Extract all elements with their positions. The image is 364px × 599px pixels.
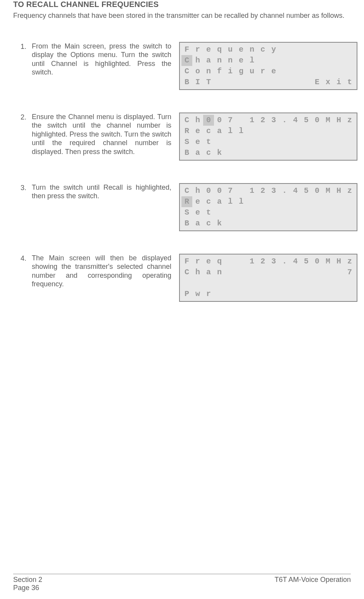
lcd-cell: . bbox=[279, 185, 290, 196]
lcd-cell bbox=[290, 44, 301, 55]
lcd-row: Back bbox=[181, 147, 355, 158]
lcd-cell: 7 bbox=[344, 267, 355, 278]
lcd-cell bbox=[344, 137, 355, 147]
lcd-cell: H bbox=[333, 185, 344, 196]
lcd-cell bbox=[333, 44, 344, 55]
lcd-row: Pwr bbox=[181, 289, 355, 300]
lcd-cell bbox=[236, 77, 247, 88]
lcd-display: Freq123.450MHzChan7Pwr bbox=[179, 254, 357, 302]
lcd-cell bbox=[279, 55, 290, 66]
lcd-cell: H bbox=[333, 115, 344, 126]
step-text: Turn the switch until Recall is highligh… bbox=[32, 183, 175, 201]
lcd-cell bbox=[236, 289, 247, 300]
lcd-cell: 7 bbox=[225, 115, 236, 126]
lcd-cell: q bbox=[214, 44, 225, 55]
lcd-display: Ch007123.450MHzRecallSetBack bbox=[179, 183, 357, 231]
lcd-cell: 1 bbox=[247, 185, 257, 196]
lcd-cell bbox=[344, 126, 355, 137]
lcd-cell: k bbox=[214, 147, 225, 158]
lcd-row: Chan7 bbox=[181, 267, 355, 278]
lcd-cell: . bbox=[279, 256, 290, 267]
lcd-cell bbox=[312, 218, 323, 229]
lcd-cell bbox=[323, 44, 333, 55]
lcd-cell: C bbox=[181, 66, 192, 77]
lcd-cell: B bbox=[181, 77, 192, 88]
lcd-cell: . bbox=[279, 115, 290, 126]
lcd-cell bbox=[279, 289, 290, 300]
lcd-row: Configure bbox=[181, 66, 355, 77]
lcd-cell: 0 bbox=[312, 115, 323, 126]
lcd-cell bbox=[344, 147, 355, 158]
lcd-cell: e bbox=[192, 207, 203, 218]
lcd-cell: 1 bbox=[247, 115, 257, 126]
lcd-cell: u bbox=[225, 44, 236, 55]
lcd-cell: C bbox=[181, 185, 192, 196]
lcd-cell bbox=[268, 147, 279, 158]
lcd-cell bbox=[247, 278, 257, 289]
lcd-cell bbox=[312, 196, 323, 207]
lcd-cell: o bbox=[192, 66, 203, 77]
lcd-cell: c bbox=[203, 126, 214, 137]
lcd-cell: t bbox=[203, 137, 214, 147]
lcd-cell bbox=[323, 218, 333, 229]
lcd-cell bbox=[236, 218, 247, 229]
lcd-cell bbox=[268, 196, 279, 207]
lcd-cell: P bbox=[181, 289, 192, 300]
lcd-cell bbox=[214, 137, 225, 147]
lcd-cell: 0 bbox=[214, 115, 225, 126]
lcd-cell: z bbox=[344, 256, 355, 267]
lcd-row: Freq123.450MHz bbox=[181, 256, 355, 267]
lcd-cell bbox=[279, 207, 290, 218]
footer-section: Section 2 bbox=[13, 576, 42, 584]
lcd-cell: e bbox=[203, 256, 214, 267]
lcd-cell bbox=[312, 147, 323, 158]
lcd-cell: F bbox=[181, 256, 192, 267]
lcd-cell bbox=[279, 44, 290, 55]
lcd-cell: a bbox=[203, 55, 214, 66]
lcd-cell bbox=[312, 44, 323, 55]
lcd-cell bbox=[290, 55, 301, 66]
lcd-cell: e bbox=[192, 126, 203, 137]
lcd-cell: a bbox=[214, 196, 225, 207]
lcd-cell: r bbox=[192, 256, 203, 267]
lcd-cell bbox=[333, 126, 344, 137]
lcd-cell: S bbox=[181, 137, 192, 147]
lcd-cell bbox=[344, 207, 355, 218]
lcd-cell bbox=[333, 207, 344, 218]
lcd-cell bbox=[344, 289, 355, 300]
lcd-cell bbox=[257, 196, 268, 207]
lcd-cell bbox=[225, 147, 236, 158]
lcd-row: Frequency bbox=[181, 44, 355, 55]
lcd-cell: 4 bbox=[290, 115, 301, 126]
lcd-cell bbox=[301, 55, 312, 66]
lcd-cell: 5 bbox=[301, 256, 312, 267]
lcd-cell: 3 bbox=[268, 185, 279, 196]
lcd-cell: k bbox=[214, 218, 225, 229]
lcd-cell: a bbox=[192, 147, 203, 158]
lcd-cell bbox=[236, 115, 247, 126]
lcd-cell bbox=[268, 126, 279, 137]
lcd-cell: q bbox=[214, 256, 225, 267]
lcd-cell bbox=[279, 196, 290, 207]
lcd-cell: 3 bbox=[268, 256, 279, 267]
lcd-cell bbox=[225, 267, 236, 278]
lcd-cell: r bbox=[203, 289, 214, 300]
lcd-cell bbox=[268, 267, 279, 278]
lcd-cell bbox=[247, 267, 257, 278]
lcd-cell: r bbox=[192, 44, 203, 55]
lcd-cell: M bbox=[323, 256, 333, 267]
lcd-cell bbox=[247, 207, 257, 218]
lcd-cell bbox=[236, 185, 247, 196]
lcd-cell bbox=[181, 278, 192, 289]
lcd-cell: n bbox=[225, 55, 236, 66]
lcd-cell bbox=[247, 218, 257, 229]
lcd-cell: l bbox=[236, 126, 247, 137]
lcd-cell: c bbox=[257, 44, 268, 55]
lcd-cell bbox=[268, 77, 279, 88]
lcd-cell: e bbox=[268, 66, 279, 77]
lcd-cell bbox=[214, 207, 225, 218]
lcd-cell bbox=[247, 289, 257, 300]
lcd-cell: C bbox=[181, 115, 192, 126]
section-title: TO RECALL CHANNEL FREQUENCIES bbox=[13, 0, 351, 9]
lcd-row: Back bbox=[181, 218, 355, 229]
